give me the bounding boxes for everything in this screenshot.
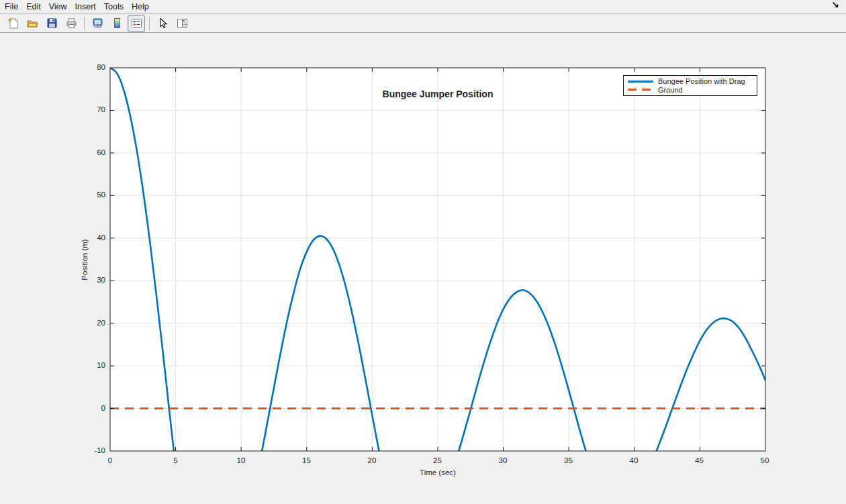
menu-insert[interactable]: Insert — [72, 1, 99, 12]
y-axis-label: Position (m) — [81, 239, 89, 280]
insert-legend-button[interactable] — [128, 15, 145, 32]
y-tick-label: -10 — [73, 446, 105, 454]
figure-toolbar — [0, 14, 846, 33]
x-axis-label: Time (sec) — [110, 468, 765, 476]
property-editor-button[interactable] — [173, 15, 191, 32]
x-tick-label: 25 — [423, 456, 453, 464]
x-tick-label: 20 — [357, 456, 387, 464]
x-tick-label: 35 — [554, 456, 583, 464]
edit-plot-button[interactable] — [154, 15, 171, 32]
save-figure-button[interactable] — [43, 15, 60, 32]
colorbar-icon — [111, 17, 123, 29]
printer-icon — [66, 17, 77, 29]
arrow-pointer-icon — [157, 17, 169, 29]
y-tick-label: 30 — [73, 276, 105, 284]
toolbar-separator — [84, 17, 85, 30]
legend-icon — [131, 17, 142, 29]
y-tick-label: 70 — [73, 105, 105, 113]
menu-tools[interactable]: Tools — [101, 1, 127, 12]
x-tick-label: 40 — [619, 456, 649, 464]
legend-dashed-line-sample — [628, 89, 653, 91]
x-tick-label: 15 — [292, 456, 322, 464]
legend-entry-ground: Ground — [624, 86, 757, 95]
menu-file[interactable]: File — [1, 1, 21, 12]
print-figure-button[interactable] — [62, 15, 80, 32]
new-figure-button[interactable] — [4, 15, 21, 32]
menu-bar: File Edit View Insert Tools Help — [0, 0, 846, 13]
legend-entry-bungee: Bungee Position with Drag — [624, 77, 757, 86]
save-floppy-icon — [46, 17, 58, 29]
x-tick-label: 5 — [161, 456, 191, 464]
y-tick-label: 50 — [73, 191, 105, 199]
mouse-cursor-icon: ↘ — [831, 0, 839, 10]
toolbar-separator — [149, 17, 150, 30]
open-file-button[interactable] — [23, 15, 41, 32]
plot-axes[interactable] — [0, 33, 846, 504]
link-plot-icon — [92, 17, 103, 29]
x-tick-label: 50 — [750, 456, 780, 464]
link-plot-button[interactable] — [89, 15, 106, 32]
menu-help[interactable]: Help — [128, 1, 152, 12]
legend-label: Ground — [658, 86, 683, 94]
x-tick-label: 10 — [226, 456, 256, 464]
y-tick-label: 40 — [73, 234, 105, 242]
y-tick-label: 20 — [73, 319, 105, 327]
property-editor-icon — [177, 17, 188, 29]
new-document-icon — [7, 17, 19, 29]
open-folder-icon — [27, 17, 38, 29]
y-tick-label: 80 — [73, 63, 105, 71]
menu-view[interactable]: View — [46, 1, 70, 12]
figure-canvas[interactable]: Bungee Jumper Position 0 5 10 15 20 25 3… — [0, 33, 846, 504]
x-tick-label: 45 — [685, 456, 714, 464]
y-tick-label: 10 — [73, 361, 105, 369]
legend-label: Bungee Position with Drag — [658, 77, 745, 85]
x-tick-label: 0 — [95, 456, 125, 464]
legend-box[interactable]: Bungee Position with Drag Ground — [623, 75, 757, 96]
y-tick-label: 60 — [73, 148, 105, 156]
menu-edit[interactable]: Edit — [23, 1, 44, 12]
x-tick-label: 30 — [488, 456, 518, 464]
legend-solid-line-sample — [628, 81, 653, 83]
y-tick-label: 0 — [73, 404, 105, 412]
insert-colorbar-button[interactable] — [108, 15, 126, 32]
